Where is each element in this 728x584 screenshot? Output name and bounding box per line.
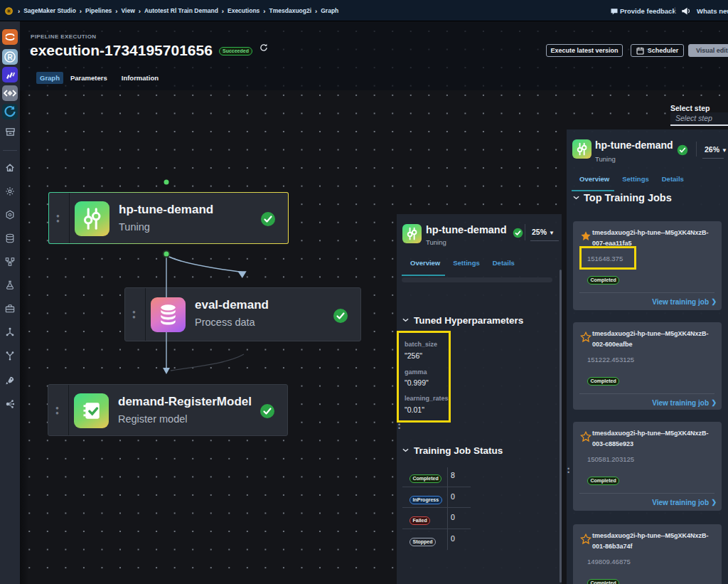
svg-text:R: R [7,53,13,61]
